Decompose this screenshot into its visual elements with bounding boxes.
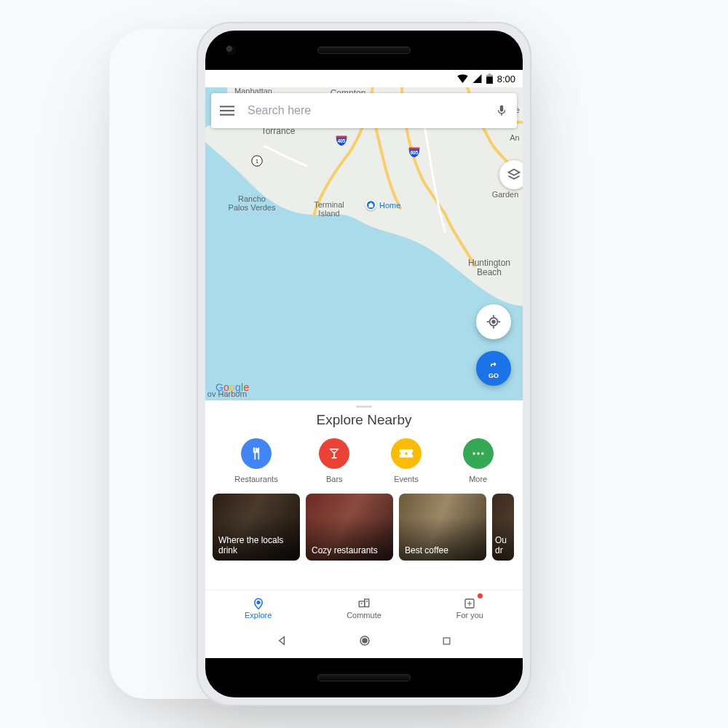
notification-badge	[478, 593, 483, 598]
cocktail-icon	[319, 438, 349, 469]
svg-point-22	[481, 452, 483, 454]
sheet-title: Explore Nearby	[205, 412, 523, 428]
home-marker[interactable]: Home	[365, 199, 400, 210]
card-cozy-restaurants[interactable]: Cozy restaurants	[306, 494, 393, 561]
phone-top-bezel	[205, 31, 523, 70]
recommendation-cards[interactable]: Where the locals drink Cozy restaurants …	[205, 489, 523, 561]
battery-icon	[486, 74, 493, 84]
google-attribution: Google	[215, 381, 249, 393]
map-label: HuntingtonBeach	[468, 258, 510, 277]
home-pin-icon	[365, 199, 376, 210]
bottom-speaker	[317, 674, 411, 681]
android-home-button[interactable]	[358, 634, 371, 650]
svg-text:1: 1	[256, 158, 258, 165]
tab-for-you[interactable]: For you	[417, 590, 523, 626]
android-back-button[interactable]	[276, 635, 288, 649]
my-location-button[interactable]	[476, 304, 511, 339]
map-label: TerminalIsland	[314, 201, 344, 218]
crosshair-icon	[486, 314, 502, 330]
search-bar[interactable]	[211, 93, 517, 128]
svg-rect-2	[486, 76, 493, 84]
front-camera	[226, 45, 236, 55]
tab-explore[interactable]: Explore	[205, 590, 311, 626]
card-locals-drink[interactable]: Where the locals drink	[213, 494, 300, 561]
svg-text:405: 405	[338, 138, 346, 143]
svg-point-20	[472, 452, 475, 454]
svg-rect-31	[443, 638, 450, 644]
svg-rect-19	[220, 114, 234, 116]
card-more[interactable]: Ou dr	[492, 494, 514, 561]
map-label: An	[510, 134, 519, 143]
svg-point-21	[477, 452, 479, 454]
commute-icon	[357, 597, 371, 610]
category-events[interactable]: Events	[391, 438, 422, 483]
phone-bottom-bezel	[205, 658, 523, 697]
svg-rect-24	[359, 601, 365, 607]
screen: 8:00	[205, 70, 523, 658]
directions-go-button[interactable]: GO	[476, 351, 511, 386]
svg-rect-1	[488, 74, 491, 75]
more-horizontal-icon	[463, 438, 494, 469]
category-bars[interactable]: Bars	[319, 438, 349, 483]
layers-icon	[507, 167, 521, 182]
earpiece-speaker	[317, 47, 411, 54]
phone-frame: 8:00	[197, 22, 531, 706]
microphone-icon[interactable]	[495, 103, 508, 119]
svg-point-12	[492, 320, 495, 323]
android-nav-bar	[205, 626, 523, 658]
cell-signal-icon	[472, 74, 482, 83]
menu-icon[interactable]	[220, 103, 234, 118]
explore-pin-icon	[252, 597, 265, 610]
directions-icon	[487, 358, 500, 371]
svg-rect-25	[365, 599, 369, 607]
status-time: 8:00	[497, 74, 515, 84]
svg-point-23	[257, 601, 260, 604]
category-row: Restaurants Bars Events More	[205, 428, 523, 489]
sheet-drag-handle[interactable]	[356, 405, 372, 408]
fork-knife-icon	[241, 438, 272, 469]
svg-rect-17	[220, 106, 234, 107]
tab-commute[interactable]: Commute	[311, 590, 416, 626]
svg-point-30	[362, 638, 368, 644]
card-best-coffee[interactable]: Best coffee	[399, 494, 486, 561]
status-bar: 8:00	[205, 70, 523, 87]
map-canvas[interactable]: 405 605 5 91 1 ManhattanBeach Compton La…	[205, 87, 523, 400]
layers-button[interactable]	[499, 160, 523, 189]
svg-rect-18	[220, 110, 234, 111]
sparkle-card-icon	[463, 597, 476, 610]
svg-text:605: 605	[411, 150, 419, 155]
category-more[interactable]: More	[463, 438, 494, 483]
explore-sheet[interactable]: Explore Nearby Restaurants Bars Event	[205, 400, 523, 626]
search-input[interactable]	[246, 103, 483, 118]
wifi-icon	[457, 74, 468, 83]
android-overview-button[interactable]	[441, 636, 452, 649]
map-label: Garden	[492, 191, 519, 199]
ticket-icon	[391, 438, 422, 469]
bottom-nav: Explore Commute For you	[205, 590, 523, 626]
map-label: RanchoPalos Verdes	[229, 195, 276, 212]
category-restaurants[interactable]: Restaurants	[234, 438, 277, 483]
